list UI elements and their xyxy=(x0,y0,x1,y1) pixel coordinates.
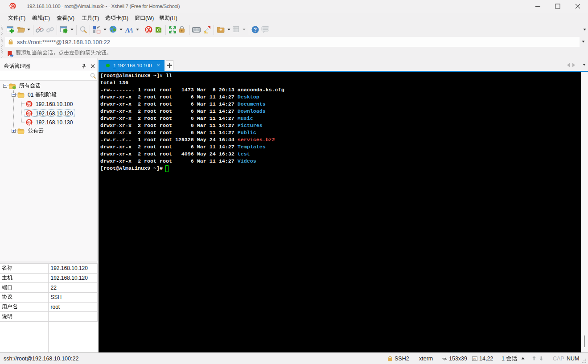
svg-text:A: A xyxy=(128,27,133,34)
svg-text:10: 10 xyxy=(473,357,476,360)
svg-text:?: ? xyxy=(254,27,257,33)
